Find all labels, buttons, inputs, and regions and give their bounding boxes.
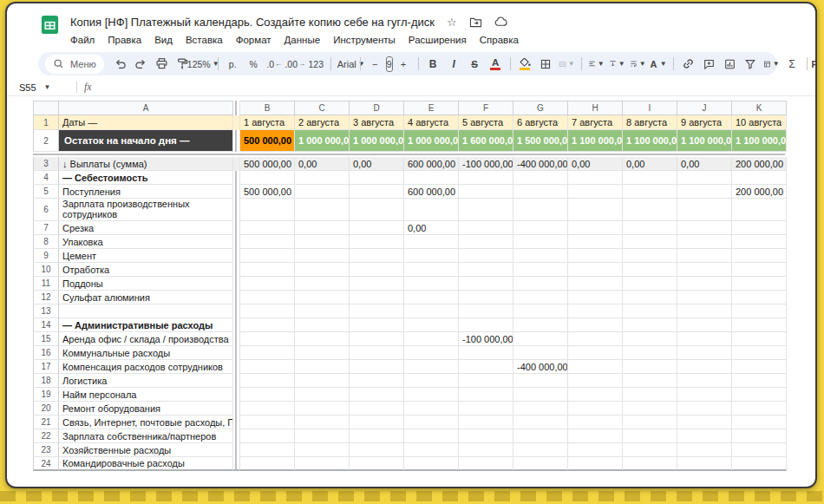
- col-header-A[interactable]: A: [59, 101, 233, 115]
- text-color-button[interactable]: A: [486, 55, 506, 74]
- menu-item[interactable]: Справка: [480, 35, 519, 45]
- cell-B10[interactable]: [240, 263, 295, 277]
- cell-G19[interactable]: [513, 388, 568, 402]
- cell-H5[interactable]: [568, 185, 623, 199]
- menu-item[interactable]: Формат: [236, 35, 271, 45]
- merge-cells-button[interactable]: ▼: [557, 55, 577, 74]
- cell-H14[interactable]: [568, 318, 623, 332]
- cell-J18[interactable]: [677, 374, 732, 388]
- cell-K8[interactable]: [732, 235, 787, 249]
- cell-I18[interactable]: [623, 374, 677, 388]
- strikethrough-button[interactable]: S: [465, 55, 485, 74]
- col-header-D[interactable]: D: [350, 101, 404, 115]
- cell-G23[interactable]: [513, 443, 568, 457]
- cell-B9[interactable]: [240, 249, 295, 263]
- cell-B3[interactable]: 500 000,00: [240, 157, 295, 171]
- cell-H13[interactable]: [568, 304, 623, 318]
- cell-J13[interactable]: [677, 304, 732, 318]
- star-icon[interactable]: ☆: [447, 16, 457, 29]
- col-header-H[interactable]: H: [568, 101, 623, 115]
- cell-J11[interactable]: [677, 277, 732, 291]
- cell-A22[interactable]: Зарплата собственника/партнеров: [59, 429, 233, 443]
- cell-G21[interactable]: [513, 416, 568, 429]
- cell-D2[interactable]: 1 000 000,00: [350, 130, 404, 152]
- cell-E16[interactable]: [404, 346, 459, 360]
- cell-A17[interactable]: Компенсация расходов сотрудников: [59, 360, 233, 374]
- cell-A13[interactable]: [59, 304, 233, 318]
- cell-G24[interactable]: [513, 457, 568, 471]
- cell-E18[interactable]: [404, 374, 459, 388]
- cell-J6[interactable]: [677, 199, 732, 221]
- cell-F4[interactable]: [459, 171, 513, 185]
- cloud-status-icon[interactable]: [494, 16, 508, 27]
- cell-D22[interactable]: [350, 429, 404, 443]
- cell-E13[interactable]: [404, 304, 459, 318]
- cell-G10[interactable]: [513, 263, 568, 277]
- cell-I7[interactable]: [623, 221, 677, 235]
- cell-F23[interactable]: [459, 443, 513, 457]
- cell-K20[interactable]: [732, 402, 787, 416]
- cell-B2[interactable]: 500 000,00: [240, 130, 295, 152]
- cell-D15[interactable]: [350, 332, 404, 346]
- col-header-E[interactable]: E: [404, 101, 459, 115]
- cell-J7[interactable]: [677, 221, 732, 235]
- cell-D13[interactable]: [350, 304, 404, 318]
- cell-D11[interactable]: [350, 277, 404, 291]
- row-header-3[interactable]: 3: [33, 157, 59, 171]
- row-header-17[interactable]: 17: [33, 360, 59, 374]
- cell-C6[interactable]: [295, 199, 350, 221]
- cell-H11[interactable]: [568, 277, 623, 291]
- cell-C23[interactable]: [295, 443, 350, 457]
- cell-I20[interactable]: [623, 402, 677, 416]
- cell-F14[interactable]: [459, 318, 513, 332]
- cell-I15[interactable]: [623, 332, 677, 346]
- cell-H16[interactable]: [568, 346, 623, 360]
- cell-C3[interactable]: 0,00: [295, 157, 350, 171]
- cell-C18[interactable]: [295, 374, 350, 388]
- cell-K15[interactable]: [732, 332, 787, 346]
- cell-H19[interactable]: [568, 388, 623, 402]
- cell-K24[interactable]: [732, 457, 787, 471]
- cell-E10[interactable]: [404, 263, 459, 277]
- row-header-11[interactable]: 11: [33, 277, 59, 291]
- zoom-select[interactable]: 125%▼: [193, 55, 213, 74]
- number-format-button[interactable]: 123: [306, 55, 326, 74]
- cell-I12[interactable]: [623, 291, 677, 304]
- cell-D21[interactable]: [350, 416, 404, 429]
- cell-B19[interactable]: [240, 388, 295, 402]
- name-box[interactable]: S55 ▼: [19, 82, 75, 93]
- cell-G2[interactable]: 1 500 000,00: [513, 130, 568, 152]
- cell-H4[interactable]: [568, 171, 623, 185]
- cell-C2[interactable]: 1 000 000,00: [295, 130, 350, 152]
- row-header-6[interactable]: 6: [33, 199, 59, 221]
- cell-G11[interactable]: [513, 277, 568, 291]
- cell-K16[interactable]: [732, 346, 787, 360]
- cell-I17[interactable]: [623, 360, 677, 374]
- cell-F16[interactable]: [459, 346, 513, 360]
- cell-B7[interactable]: [240, 221, 295, 235]
- cell-E15[interactable]: [404, 332, 459, 346]
- cell-E7[interactable]: 0,00: [404, 221, 459, 235]
- cell-K7[interactable]: [732, 221, 787, 235]
- cell-I9[interactable]: [623, 249, 677, 263]
- cell-F12[interactable]: [459, 291, 513, 304]
- cell-F2[interactable]: 1 600 000,00: [459, 130, 513, 152]
- cell-J9[interactable]: [677, 249, 732, 263]
- cell-F6[interactable]: [459, 199, 513, 221]
- cell-D12[interactable]: [350, 291, 404, 304]
- cell-C20[interactable]: [295, 402, 350, 416]
- cell-E5[interactable]: 600 000,00: [404, 185, 459, 199]
- frozen-column-divider[interactable]: [233, 101, 240, 115]
- row-header-23[interactable]: 23: [33, 443, 59, 457]
- cell-K1[interactable]: 10 августа: [732, 115, 787, 130]
- cell-K22[interactable]: [732, 429, 787, 443]
- cell-A15[interactable]: Аренда офис / склада / производства: [59, 332, 233, 346]
- menu-item[interactable]: Данные: [284, 35, 321, 45]
- cell-F21[interactable]: [459, 416, 513, 429]
- insert-link-button[interactable]: [678, 55, 698, 74]
- cell-D3[interactable]: 0,00: [350, 157, 404, 171]
- row-header-1[interactable]: 1: [33, 115, 59, 130]
- functions-button[interactable]: Σ: [782, 55, 802, 74]
- menu-item[interactable]: Инструменты: [333, 35, 396, 45]
- cell-J3[interactable]: 0,00: [677, 157, 732, 171]
